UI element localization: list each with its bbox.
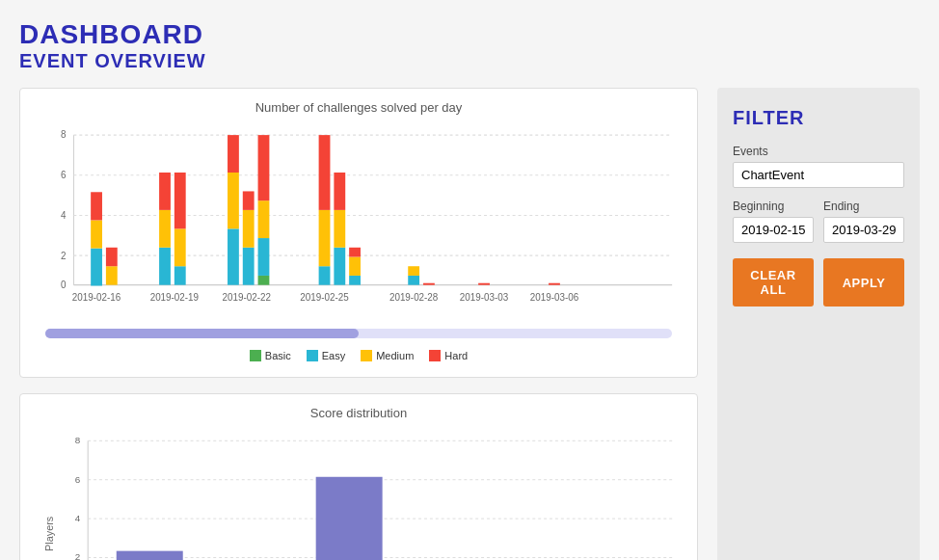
svg-rect-11 <box>91 249 102 286</box>
svg-rect-35 <box>334 248 345 285</box>
legend-medium: Medium <box>361 350 414 361</box>
svg-rect-29 <box>258 238 270 276</box>
page-title: DASHBOARD <box>19 19 920 50</box>
events-input[interactable] <box>733 162 904 188</box>
svg-text:2019-03-03: 2019-03-03 <box>460 291 509 304</box>
svg-text:6: 6 <box>75 474 81 485</box>
page-subtitle: EVENT OVERVIEW <box>19 50 920 72</box>
svg-rect-17 <box>159 210 171 248</box>
svg-rect-20 <box>174 228 186 266</box>
legend-easy-label: Easy <box>322 350 345 361</box>
apply-button[interactable]: APPLY <box>823 258 904 307</box>
svg-rect-41 <box>408 276 419 285</box>
svg-text:2019-03-06: 2019-03-06 <box>530 291 579 304</box>
score-chart: Score distribution 8 6 4 2 0 Players <box>19 393 698 560</box>
svg-rect-24 <box>228 135 239 173</box>
svg-rect-40 <box>349 248 361 257</box>
svg-rect-31 <box>258 135 270 200</box>
svg-text:2019-02-25: 2019-02-25 <box>300 291 349 304</box>
filter-panel: FILTER Events Beginning Ending CLEAR ALL… <box>717 88 920 560</box>
filter-title: FILTER <box>733 107 904 129</box>
score-chart-title: Score distribution <box>36 406 682 420</box>
svg-rect-21 <box>174 173 186 228</box>
legend-medium-icon <box>361 350 372 361</box>
svg-rect-66 <box>316 477 383 560</box>
challenges-chart: Number of challenges solved per day 8 6 … <box>19 88 698 378</box>
ending-input[interactable] <box>823 217 904 243</box>
svg-text:4: 4 <box>61 208 67 221</box>
svg-rect-27 <box>243 191 255 209</box>
svg-rect-16 <box>159 248 171 285</box>
svg-rect-15 <box>106 248 118 266</box>
svg-rect-19 <box>174 266 186 284</box>
legend-hard-label: Hard <box>444 350 468 361</box>
svg-rect-28 <box>258 276 270 285</box>
range-slider-fill <box>45 329 359 338</box>
svg-text:8: 8 <box>75 435 81 445</box>
legend-easy-icon <box>307 350 318 361</box>
svg-text:0: 0 <box>61 278 67 290</box>
legend-hard: Hard <box>429 350 468 361</box>
legend-basic-label: Basic <box>265 350 291 361</box>
svg-rect-37 <box>334 173 345 210</box>
svg-rect-34 <box>319 135 331 210</box>
svg-rect-22 <box>228 228 239 284</box>
clear-all-button[interactable]: CLEAR ALL <box>733 258 814 307</box>
svg-rect-43 <box>423 283 435 285</box>
legend-basic: Basic <box>250 350 291 361</box>
svg-rect-38 <box>349 276 361 285</box>
events-label: Events <box>733 145 904 158</box>
svg-text:2019-02-28: 2019-02-28 <box>389 291 439 304</box>
challenges-chart-title: Number of challenges solved per day <box>36 100 682 115</box>
svg-text:2019-02-22: 2019-02-22 <box>223 291 272 304</box>
svg-rect-45 <box>549 283 560 285</box>
range-slider-track <box>45 329 672 338</box>
svg-text:2: 2 <box>61 249 67 261</box>
svg-text:2019-02-16: 2019-02-16 <box>72 291 121 304</box>
svg-rect-42 <box>408 266 419 276</box>
beginning-col: Beginning <box>733 200 814 243</box>
range-slider[interactable] <box>36 325 682 342</box>
date-row: Beginning Ending <box>733 200 904 243</box>
ending-col: Ending <box>823 200 904 243</box>
svg-rect-32 <box>319 266 331 284</box>
charts-area: Number of challenges solved per day 8 6 … <box>19 88 698 560</box>
svg-rect-39 <box>349 257 361 276</box>
svg-text:2: 2 <box>75 551 80 560</box>
svg-rect-12 <box>91 220 102 248</box>
svg-rect-26 <box>243 210 255 248</box>
svg-text:4: 4 <box>75 513 81 523</box>
legend-hard-icon <box>429 350 441 361</box>
svg-rect-33 <box>319 210 331 266</box>
chart-legend: Basic Easy Medium Hard <box>36 350 682 361</box>
beginning-input[interactable] <box>733 217 814 243</box>
challenges-svg: 8 6 4 2 0 <box>36 124 682 317</box>
svg-rect-14 <box>106 266 118 284</box>
svg-rect-30 <box>258 200 270 238</box>
legend-basic-icon <box>250 350 261 361</box>
svg-rect-25 <box>243 248 255 285</box>
svg-text:6: 6 <box>61 168 67 180</box>
svg-rect-44 <box>478 283 490 285</box>
beginning-label: Beginning <box>733 200 814 213</box>
svg-rect-23 <box>228 173 239 228</box>
svg-rect-18 <box>159 173 171 210</box>
svg-rect-13 <box>91 192 102 220</box>
svg-rect-65 <box>117 551 183 560</box>
score-svg: 8 6 4 2 0 Players 0-2000 2001-4000 <box>36 430 682 560</box>
legend-easy: Easy <box>307 350 345 361</box>
legend-medium-label: Medium <box>376 350 414 361</box>
svg-rect-36 <box>334 210 345 248</box>
ending-label: Ending <box>823 200 904 213</box>
filter-buttons: CLEAR ALL APPLY <box>733 258 904 307</box>
svg-text:8: 8 <box>61 128 67 141</box>
svg-text:2019-02-19: 2019-02-19 <box>150 291 200 304</box>
svg-text:Players: Players <box>43 516 55 551</box>
